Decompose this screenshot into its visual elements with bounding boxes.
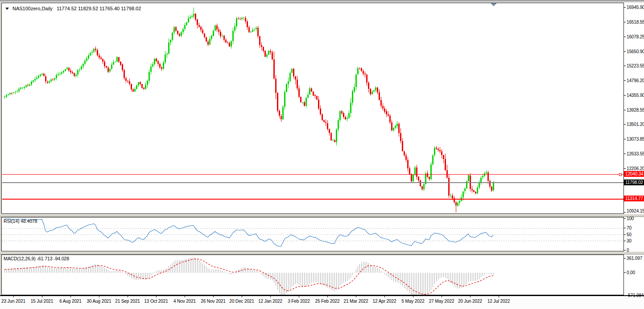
bull-candle <box>243 17 244 18</box>
date-axis-tick <box>499 296 499 297</box>
bear-candle <box>420 180 421 186</box>
bear-candle <box>446 170 448 178</box>
bear-candle <box>157 61 159 64</box>
current-price-label[interactable]: 11798.02 <box>624 180 644 185</box>
hline-price-label[interactable]: 12040.34 <box>624 171 644 177</box>
bear-candle <box>361 68 362 71</box>
bear-candle <box>261 45 262 47</box>
bull-candle <box>134 89 136 92</box>
rsi-axis-tick <box>624 234 626 235</box>
bull-candle <box>58 74 59 75</box>
bear-candle <box>404 151 405 155</box>
bear-candle <box>68 68 70 70</box>
bear-candle <box>43 74 45 76</box>
bear-candle <box>122 64 123 70</box>
bear-candle <box>475 192 476 193</box>
collapse-triangle-icon[interactable] <box>5 8 9 10</box>
bear-candle <box>279 111 280 116</box>
bear-candle <box>229 43 230 46</box>
bull-candle <box>8 94 9 95</box>
pane-separator[interactable] <box>0 214 644 217</box>
rsi-tick-label: 70 <box>627 225 632 230</box>
bear-candle <box>95 49 96 50</box>
bull-candle <box>79 70 80 70</box>
bull-candle <box>477 188 478 194</box>
bear-candle <box>325 122 326 123</box>
bull-candle <box>482 176 483 177</box>
bear-candle <box>141 84 143 88</box>
bear-candle <box>197 19 198 25</box>
bull-candle <box>468 175 469 181</box>
bull-candle <box>373 90 375 92</box>
bull-candle <box>375 88 376 90</box>
bear-candle <box>195 14 196 19</box>
bear-candle <box>407 160 409 168</box>
rsi-tick-label: 30 <box>627 238 632 243</box>
chart-shift-marker-icon[interactable] <box>491 3 497 6</box>
bear-candle <box>368 83 369 89</box>
bull-candle <box>282 107 284 119</box>
bear-candle <box>327 123 328 129</box>
bear-candle <box>207 42 209 45</box>
bear-candle <box>124 70 125 78</box>
candles-layer <box>2 3 623 213</box>
bull-candle <box>83 64 84 66</box>
bull-candle <box>150 67 152 72</box>
bull-candle <box>34 79 36 80</box>
bull-candle <box>17 91 18 92</box>
price-tick-label: 13073.85 <box>627 137 644 142</box>
hline-price-label[interactable]: 11314.77 <box>624 196 644 201</box>
bear-candle <box>471 189 473 190</box>
bear-candle <box>200 27 202 30</box>
bull-candle <box>86 58 87 60</box>
bear-candle <box>389 116 391 122</box>
bull-candle <box>149 72 150 81</box>
price-tick-label: 15650.90 <box>627 49 644 54</box>
bear-candle <box>257 28 259 36</box>
bull-candle <box>77 70 78 75</box>
bear-candle <box>341 111 343 113</box>
symbol-ohlc-label: NAS100zero,Daily 11774.52 11829.52 11765… <box>4 5 141 12</box>
price-axis[interactable]: 16945.9016518.5516078.2515650.9015223.55… <box>624 0 644 309</box>
bull-candle <box>181 32 182 35</box>
pane-separator[interactable] <box>0 251 644 255</box>
macd-panel[interactable]: MACD(12,26,9) -61.713 -94.028 <box>1 255 624 295</box>
price-tick-label: 10924.15 <box>627 209 644 213</box>
candlestick-chart[interactable]: NAS100zero,Daily 11774.52 11829.52 11765… <box>1 3 624 214</box>
bull-candle <box>50 79 52 81</box>
bull-candle <box>170 40 171 42</box>
chart-window: NAS100zero,Daily 11774.52 11829.52 11765… <box>0 0 644 309</box>
bull-candle <box>75 75 77 76</box>
bear-candle <box>439 150 441 152</box>
bull-candle <box>38 76 39 78</box>
time-axis[interactable]: 23 Jun 202115 Jul 20216 Aug 202130 Aug 2… <box>0 295 644 309</box>
date-axis-tick <box>213 296 214 297</box>
bull-candle <box>493 183 494 190</box>
bull-candle <box>165 54 166 63</box>
bear-candle <box>225 40 227 42</box>
line-drag-handle[interactable] <box>619 173 621 175</box>
bull-candle <box>113 62 114 65</box>
bull-candle <box>354 87 355 92</box>
rsi-panel[interactable]: RSI(14) 48.4078 <box>1 217 624 251</box>
bear-candle <box>275 79 277 93</box>
bull-candle <box>232 31 234 41</box>
bear-candle <box>455 202 457 205</box>
bear-candle <box>441 151 442 155</box>
bull-candle <box>22 88 23 88</box>
date-axis-tick <box>242 296 242 297</box>
rsi-axis-tick <box>624 241 626 241</box>
bull-candle <box>152 64 153 67</box>
bull-candle <box>332 140 334 140</box>
bull-candle <box>136 85 137 89</box>
bear-candle <box>245 18 246 21</box>
date-axis-tick <box>413 296 413 297</box>
bear-candle <box>320 109 321 114</box>
date-axis-tick <box>356 296 356 297</box>
bear-candle <box>127 81 128 81</box>
bear-candle <box>427 173 428 177</box>
bull-candle <box>459 201 460 203</box>
price-tick-label: 15223.55 <box>627 63 644 68</box>
bear-candle <box>438 149 439 150</box>
bull-candle <box>213 31 214 36</box>
